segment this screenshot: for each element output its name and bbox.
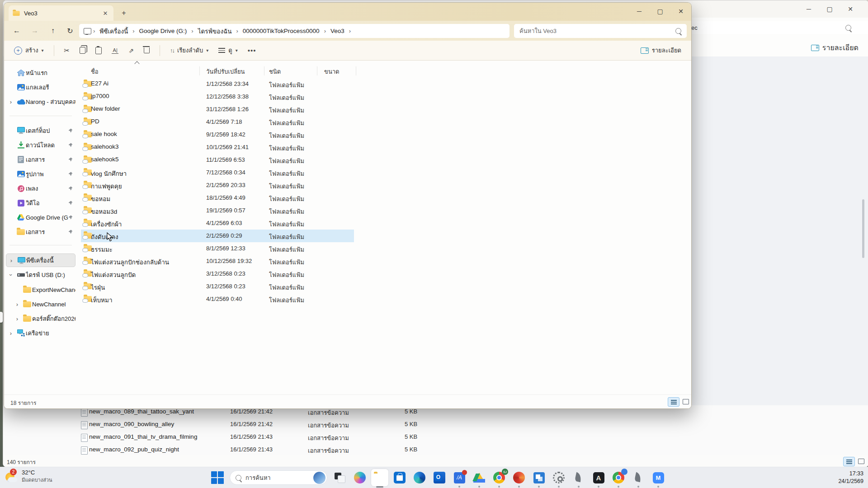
file-row-selected[interactable]: ถังดับเพลง2/1/2569 0:29โฟลเดอร์แฟ้ม (77, 230, 689, 242)
back-button[interactable]: ← (9, 24, 24, 38)
chevron-right-icon[interactable]: › (12, 301, 22, 308)
table-row[interactable]: new_macro_091_thai_tv_drama_filming 16/1… (3, 431, 868, 443)
bg-search-input[interactable]: ec (688, 21, 868, 34)
sidebar-item-desktop[interactable]: เดสก์ท็อป (6, 124, 75, 137)
large-view-toggle[interactable] (680, 397, 691, 406)
forward-button[interactable]: → (28, 24, 42, 38)
paste-button[interactable] (92, 44, 105, 57)
sidebar-item-network[interactable]: › เครือข่าย (6, 326, 75, 340)
sidebar-item-documents-folder[interactable]: เอกสาร (6, 225, 75, 239)
table-row[interactable]: new_macro_090_bowling_alley 16/1/2569 21… (3, 418, 868, 431)
sidebar-item-videos[interactable]: วิดีโอ (6, 196, 75, 210)
large-view-toggle[interactable] (856, 457, 867, 465)
start-button[interactable] (211, 471, 224, 484)
taskbar-app-arc[interactable]: A (591, 470, 606, 485)
task-view-button[interactable] (333, 471, 346, 484)
sidebar-item-usb-drive[interactable]: › ไดรฟ์ USB (D:) (6, 268, 75, 282)
sidebar-item-google-drive[interactable]: Google Drive (G: (6, 211, 75, 224)
search-highlight-image[interactable] (313, 472, 326, 484)
rename-button[interactable]: A| (108, 45, 122, 56)
cut-button[interactable]: ✂ (61, 44, 74, 57)
column-type[interactable]: ชนิด (269, 67, 281, 76)
file-row[interactable]: salehook511/1/2569 6:53โฟลเดอร์แฟ้ม (77, 154, 689, 166)
taskbar-app-quill[interactable] (571, 470, 586, 485)
column-date-modified[interactable]: วันที่ปรับเปลี่ยน (206, 67, 245, 76)
file-row[interactable]: ไฟแต่งสวนลูกปักช่องกลับด้าน10/12/2568 19… (77, 255, 689, 267)
more-button[interactable]: ••• (244, 44, 260, 57)
refresh-button[interactable]: ↻ (63, 24, 77, 38)
taskbar-app-chrome-2[interactable] (611, 470, 626, 485)
file-row[interactable]: เครื่องซักผ้า4/1/2569 6:03โฟลเดอร์แฟ้ม (77, 217, 689, 230)
delete-button[interactable] (140, 45, 153, 56)
bg-minimize-button[interactable]: ─ (799, 2, 819, 16)
taskbar-app-settings[interactable] (552, 470, 566, 485)
file-row[interactable]: salehook310/1/2569 21:41โฟลเดอร์แฟ้ม (77, 141, 689, 154)
chevron-right-icon[interactable]: › (6, 99, 16, 105)
file-row[interactable]: ไรฝุ่น3/12/2568 0:23โฟลเดอร์แฟ้ม (77, 280, 689, 293)
taskbar-app-blue-m[interactable]: M (651, 470, 665, 485)
share-button[interactable]: ⇗ (125, 44, 137, 57)
taskbar-search[interactable]: การค้นหา (230, 470, 327, 485)
maximize-button[interactable]: ▢ (650, 4, 670, 19)
sidebar-item-downloads[interactable]: ดาวน์โหลด (6, 138, 75, 152)
breadcrumb-this-pc[interactable]: พีซีเครื่องนี้ (97, 25, 131, 37)
breadcrumb-veo3[interactable]: Veo3 (328, 27, 347, 35)
taskbar-app-edge[interactable] (412, 470, 427, 485)
breadcrumb-google-drive[interactable]: Google Drive (G:) (137, 27, 190, 35)
bg-details-button[interactable]: รายละเอียด (807, 39, 862, 56)
sidebar-item-onedrive[interactable]: › Narong - ส่วนบุคคล (6, 95, 75, 108)
bg-restore-button[interactable]: ▢ (820, 2, 840, 16)
new-button[interactable]: + สร้าง ▾ (10, 43, 47, 58)
sidebar-item-music[interactable]: เพลง (6, 182, 75, 195)
file-row[interactable]: E27 Ai1/12/2568 23:34โฟลเดอร์แฟ้ม (77, 78, 689, 90)
sidebar-item-home[interactable]: หน้าแรก (6, 66, 75, 80)
sidebar-item-course-tiktok-2026[interactable]: › คอร์สติ๊กต๊อก2026 (6, 312, 75, 325)
close-button[interactable]: ✕ (670, 4, 691, 19)
taskbar-app-file-explorer[interactable] (373, 470, 387, 485)
chevron-right-icon[interactable]: › (12, 315, 22, 322)
search-icon[interactable] (845, 25, 851, 31)
search-input[interactable]: ค้นหาใน Veo3 (514, 24, 687, 38)
taskbar-app-microsoft-store[interactable] (392, 470, 407, 485)
column-name[interactable]: ชื่อ (91, 67, 99, 76)
sidebar-item-gallery[interactable]: แกลเลอรี (6, 80, 75, 94)
taskbar-app-snipping[interactable] (532, 470, 546, 485)
copy-button[interactable] (76, 44, 89, 56)
sidebar-item-pictures[interactable]: รูปภาพ (6, 167, 75, 181)
file-row[interactable]: sale hook9/1/2569 18:42โฟลเดอร์แฟ้ม (77, 128, 689, 141)
search-icon[interactable] (675, 28, 681, 34)
column-divider[interactable] (199, 66, 200, 75)
file-row[interactable]: ขอหอม18/1/2569 4:49โฟลเดอร์แฟ้ม (77, 192, 689, 204)
file-row[interactable]: ขอหอม3d19/1/2569 0:57โฟลเดอร์แฟ้ม (77, 204, 689, 217)
tab-veo3[interactable]: Veo3 ✕ (9, 5, 113, 21)
taskbar-app-red-media[interactable] (512, 470, 526, 485)
taskbar-app-google-drive[interactable] (472, 470, 486, 485)
taskbar-app-chrome-sj[interactable]: SJ (492, 470, 506, 485)
sidebar-item-exportnewchanel[interactable]: ExportNewChanel (6, 283, 75, 296)
bg-scrollbar[interactable] (862, 199, 864, 258)
tab-close-icon[interactable]: ✕ (101, 10, 110, 17)
weather-widget[interactable]: 2 32°C มีแดดบางส่วน (5, 469, 52, 484)
bg-close-button[interactable]: ✕ (840, 2, 860, 16)
file-row[interactable]: PD4/1/2569 7:18โฟลเดอร์แฟ้ม (77, 116, 689, 128)
table-row[interactable]: new_macro_092_pub_quiz_night 16/1/2569 2… (3, 443, 868, 456)
file-row[interactable]: ธรรมมะ8/1/2569 12:33โฟลเดอร์แฟ้ม (77, 242, 689, 255)
sidebar-item-this-pc[interactable]: › พีซีเครื่องนี้ (6, 253, 75, 267)
column-divider[interactable] (356, 66, 356, 75)
sidebar-item-newchannel[interactable]: › NewChannel (6, 297, 75, 311)
breadcrumb-my-drive[interactable]: ไดรฟ์ของฉัน (195, 25, 235, 37)
sort-button[interactable]: ↑↓ เรียงลำดับ ▾ (166, 43, 212, 58)
taskbar-app-outlook[interactable] (432, 470, 447, 485)
view-button[interactable]: ดู ▾ (215, 43, 241, 58)
taskbar-app-pinned-doc[interactable]: /A (452, 470, 467, 485)
file-row[interactable]: New folder31/12/2568 1:26โฟลเดอร์แฟ้ม (77, 103, 689, 116)
breadcrumb[interactable]: › พีซีเครื่องนี้ › Google Drive (G:) › ไ… (79, 24, 509, 38)
up-button[interactable]: ↑ (46, 24, 60, 38)
column-divider[interactable] (264, 66, 264, 75)
column-size[interactable]: ขนาด (324, 67, 340, 76)
column-divider[interactable] (317, 66, 317, 75)
file-row[interactable]: กาแฟพูดคุย2/1/2569 20:33โฟลเดอร์แฟ้ม (77, 179, 689, 192)
details-view-toggle[interactable] (668, 397, 679, 407)
file-row[interactable]: เห็บหมา4/1/2569 0:40โฟลเดอร์แฟ้ม (77, 293, 689, 305)
taskbar-app-quill-2[interactable] (631, 470, 646, 485)
